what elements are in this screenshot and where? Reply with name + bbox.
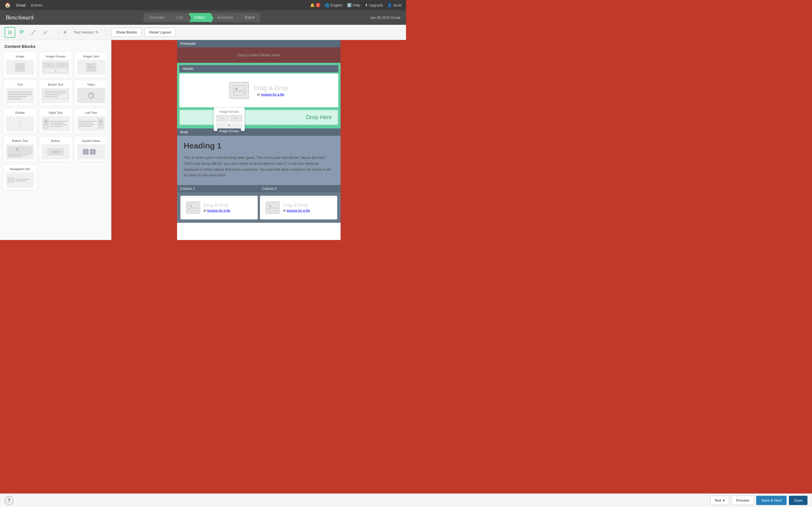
menu-icon[interactable]: ≡: [63, 29, 66, 35]
user-menu[interactable]: 👤 Scott: [388, 3, 402, 7]
block-right-text[interactable]: Right Text: [39, 108, 72, 134]
block-text[interactable]: Text: [3, 80, 37, 106]
step-editor[interactable]: Editor: [189, 13, 211, 22]
header-drop-zone[interactable]: Image Groups + Image Groups Drop: [179, 110, 338, 125]
right-text-img: [43, 119, 49, 129]
svg-rect-2: [19, 33, 23, 33]
step-describe[interactable]: Describe: [144, 13, 170, 22]
column-2-drop-zone[interactable]: Drag & Drop or browse for a file: [260, 196, 337, 219]
notifications[interactable]: 🔔 1: [310, 3, 320, 7]
col-1-drag-text: Drag & Drop: [204, 203, 231, 208]
tooltip-cell-2: [230, 115, 242, 122]
text-line-4: [8, 98, 22, 100]
column-1-header: Column 1: [177, 185, 259, 192]
toolbar-icons: ⊞: [4, 27, 51, 38]
upgrade-link[interactable]: ⬆ Upgrade: [365, 3, 383, 7]
drag-drop-text: Drag & Drop: [253, 84, 288, 92]
paint-view-button[interactable]: [28, 27, 39, 38]
svg-point-17: [235, 88, 238, 90]
image-groups-badge: Image Groups: [217, 128, 241, 133]
block-nav-bar[interactable]: Navigation Bar: [3, 164, 37, 190]
twitter-icon: t: [83, 149, 89, 155]
block-social-follow-label: Social Follow: [82, 139, 100, 143]
image-groups-tooltip: Image Groups + Image Groups: [214, 107, 245, 131]
refresh-icon: ↻: [95, 30, 98, 34]
svg-rect-22: [268, 204, 277, 211]
col-1-image-placeholder: [186, 202, 200, 214]
block-social-follow[interactable]: Social Follow t f +: [74, 136, 108, 162]
browse-link[interactable]: browse for a file: [261, 93, 284, 96]
preheader-drop-zone[interactable]: Drop Content Blocks Here: [177, 47, 341, 63]
svg-point-13: [100, 121, 102, 123]
block-button-preview: Button: [42, 144, 70, 159]
sidebar-title: Content Blocks: [0, 40, 111, 52]
bottom-text-img: [8, 147, 33, 153]
reset-layout-button[interactable]: Reset Layout: [145, 28, 176, 37]
svg-rect-16: [234, 86, 245, 95]
ig-cell-plus: +: [43, 68, 68, 72]
block-bottom-text[interactable]: Bottom Text: [3, 136, 37, 162]
body-section-header: Body: [177, 128, 341, 136]
col-2-browse-link[interactable]: browse for a file: [287, 209, 310, 212]
editor-area: Preheader Drop Content Blocks Here Heade…: [111, 40, 406, 240]
svg-point-7: [61, 64, 61, 65]
step-exit[interactable]: Exit ▾: [239, 13, 260, 22]
step-list[interactable]: List: [171, 13, 188, 22]
nav-links: [15, 179, 33, 181]
block-button[interactable]: Button Button: [39, 136, 72, 162]
text-view-button[interactable]: [16, 27, 27, 38]
column-1-drop-zone[interactable]: Drag & Drop or browse for a file: [181, 196, 258, 219]
svg-point-11: [45, 121, 47, 123]
step-schedule[interactable]: Schedule: [211, 13, 239, 22]
toolbar: ⊞ ≡ Text Version ↻ Show Blocks Reset Lay…: [0, 25, 406, 40]
email-canvas: Preheader Drop Content Blocks Here Heade…: [177, 40, 341, 240]
blocks-grid: Image Image Groups: [0, 52, 111, 193]
block-left-text[interactable]: Left Text: [74, 108, 108, 134]
image-card-preview-icon: [86, 63, 96, 71]
block-video[interactable]: Video ▶: [74, 80, 108, 106]
block-image-label: Image: [16, 55, 24, 58]
col-1-browse-link[interactable]: browse for a file: [207, 209, 231, 212]
header-image-placeholder-icon: [229, 82, 249, 99]
show-blocks-button[interactable]: Show Blocks: [111, 28, 142, 37]
block-video-preview: ▶: [77, 88, 105, 103]
header-bar: Benchmark Describe List Editor Schedule …: [0, 10, 406, 25]
body-heading: Heading 1: [184, 142, 334, 151]
block-boxed-text[interactable]: Boxed Text: [39, 80, 72, 106]
play-button-icon: ▶: [88, 92, 94, 99]
language-selector[interactable]: 🌐 English: [325, 3, 343, 7]
block-divider[interactable]: Divider: [3, 108, 37, 134]
block-right-text-preview: [42, 116, 70, 131]
svg-point-15: [16, 148, 18, 151]
tooltip-cell-1: [216, 115, 229, 122]
svg-point-18: [221, 117, 222, 118]
col-2-drag-drop: Drag & Drop or browse for a file: [266, 202, 332, 214]
logo: Benchmark: [6, 14, 34, 21]
text-line-1: [8, 92, 32, 93]
body-content: Heading 1 This is where your most exciti…: [177, 136, 341, 185]
notif-badge: 1: [316, 3, 320, 7]
social-preview-area: t f +: [81, 147, 101, 156]
help-link[interactable]: ℹ️ Help: [347, 3, 360, 7]
block-divider-preview: [6, 116, 34, 131]
column-2-header: Column 2: [259, 185, 341, 192]
nav-email[interactable]: Email: [16, 3, 26, 7]
text-version-button[interactable]: Text Version ↻: [71, 30, 101, 34]
block-right-text-label: Right Text: [49, 111, 63, 114]
block-image[interactable]: Image: [3, 52, 37, 77]
home-icon[interactable]: 🏠: [4, 2, 11, 8]
nav-img-mock: [8, 177, 14, 182]
block-divider-label: Divider: [15, 111, 25, 114]
header-image-drop-zone[interactable]: Drag & Drop or browse for a file: [179, 73, 338, 107]
nav-events[interactable]: Events: [31, 3, 43, 7]
blocks-view-button[interactable]: ⊞: [4, 27, 15, 38]
pencil-view-button[interactable]: [40, 27, 51, 38]
block-image-groups[interactable]: Image Groups +: [39, 52, 72, 77]
svg-rect-12: [98, 119, 103, 128]
drop-here-text: Drop Here: [306, 114, 332, 121]
body-paragraph: This is where your most exciting news go…: [184, 155, 334, 178]
block-image-card[interactable]: Image Card: [74, 52, 108, 77]
svg-rect-0: [19, 31, 24, 31]
block-text-label: Text: [17, 83, 23, 86]
col-2-image-placeholder: [266, 202, 280, 214]
